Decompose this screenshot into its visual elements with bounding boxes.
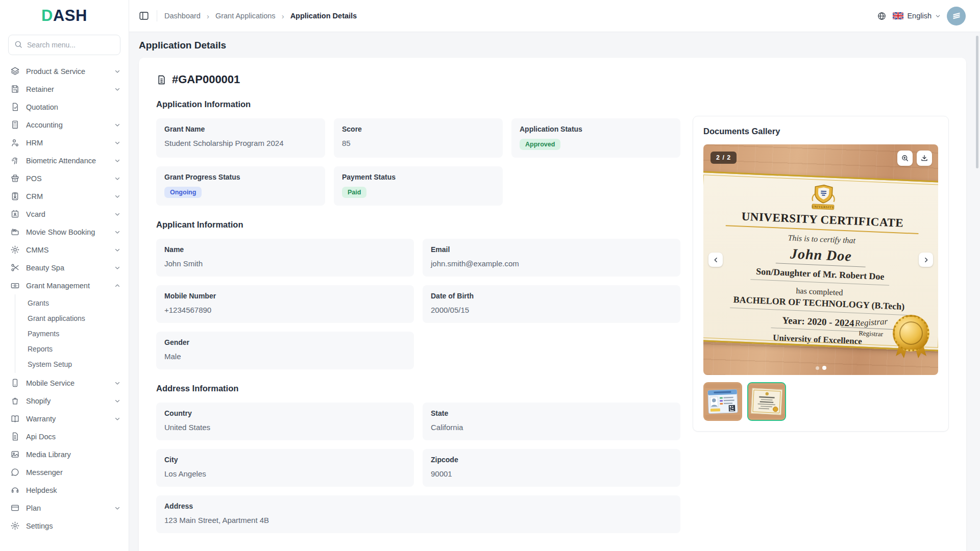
sidebar-item-settings[interactable]: Settings [0,517,129,535]
chevron-down-icon [114,247,120,253]
field-label: Grant Progress Status [164,173,317,181]
field-label: Zipcode [431,456,672,464]
field-date-of-birth: Date of Birth2000/05/15 [423,285,680,323]
sidebar-item-label: Plan [26,504,108,512]
info-sections: Application InformationGrant NameStudent… [156,99,680,547]
section-address-information: Address InformationCountryUnited StatesS… [156,384,680,533]
globe-icon[interactable] [877,11,887,21]
chevron-down-icon [114,68,120,74]
zoom-in-button[interactable] [897,151,913,166]
calculator-icon [10,120,20,130]
field-gender: GenderMale [156,332,414,369]
section-application-information: Application InformationGrant NameStudent… [156,99,680,206]
divider [157,10,157,21]
sidebar-item-shopify[interactable]: Shopify [0,392,129,410]
gallery-thumbnails [703,382,938,421]
next-image-button[interactable] [919,253,933,267]
sidebar-subitem-payments[interactable]: Payments [23,326,129,341]
thumbnail-certificate-document[interactable] [747,382,786,421]
chevron-down-icon [114,176,120,182]
app-root: DASH Product & Service Retainer Quotatio… [0,0,980,551]
sidebar-item-api-docs[interactable]: Api Docs [0,428,129,445]
search-input[interactable] [8,35,120,55]
sidebar-item-messenger[interactable]: Messenger [0,463,129,481]
sidebar-item-label: Movie Show Booking [26,228,108,236]
chevron-down-icon [114,193,120,199]
sidebar-subitem-grants[interactable]: Grants [23,295,129,311]
save-icon [10,84,20,94]
language-selector[interactable]: English [893,12,941,20]
chevron-down-icon [114,416,120,422]
sidebar-item-helpdesk[interactable]: Helpdesk [0,481,129,499]
field-email: Emailjohn.smith@example.com [423,239,680,277]
field-zipcode: Zipcode90001 [423,449,680,487]
sidebar-subitem-reports[interactable]: Reports [23,341,129,357]
credit-card-icon [10,503,20,513]
sidebar-item-media-library[interactable]: Media Library [0,445,129,463]
chevron-down-icon [114,505,120,511]
field-value: Ongoing [164,187,317,198]
fingerprint-icon [10,156,20,165]
scrollbar[interactable] [976,36,978,168]
chevron-up-icon [114,283,120,289]
sidebar-item-beauty-spa[interactable]: Beauty Spa [0,259,129,277]
sidebar-subitem-grant-applications[interactable]: Grant applications [23,311,129,326]
sidebar-item-retainer[interactable]: Retainer [0,80,129,98]
chevron-down-icon [114,158,120,164]
field-state: StateCalifornia [423,403,680,440]
field-value: Los Angeles [164,469,406,478]
field-label: Email [431,245,672,254]
sidebar-search [8,35,120,55]
sidebar-item-hrm[interactable]: HRM [0,134,129,152]
register-icon [10,173,20,183]
sidebar-item-cmms[interactable]: CMMS [0,241,129,259]
sidebar-item-warranty[interactable]: Warranty [0,410,129,428]
shopping-bag-icon [10,396,20,406]
carousel-dot-1[interactable] [816,366,819,370]
scissors-icon [10,263,20,272]
sidebar-toggle-icon[interactable] [138,10,150,21]
uk-flag-icon [893,12,903,19]
sidebar-subitem-system-setup[interactable]: System Setup [23,357,129,372]
breadcrumb-grant-applications[interactable]: Grant Applications [215,12,276,20]
sidebar-item-quotation[interactable]: Quotation [0,98,129,116]
brand-logo[interactable]: DASH [0,0,129,32]
gear-icon [10,245,20,255]
sidebar-item-product-service[interactable]: Product & Service [0,62,129,80]
field-value: +1234567890 [164,306,406,314]
smartphone-icon [10,378,20,388]
status-badge: Approved [520,139,560,150]
breadcrumb-dashboard[interactable]: Dashboard [164,12,201,20]
sidebar-item-accounting[interactable]: Accounting [0,116,129,134]
field-label: Grant Name [164,125,317,133]
previous-image-button[interactable] [708,253,723,267]
field-value: Approved [520,139,672,150]
sidebar-item-label: Media Library [26,450,120,459]
sidebar-item-movie-show-booking[interactable]: Movie Show Booking [0,223,129,241]
field-value: john.smith@example.com [431,259,672,268]
field-label: Application Status [520,125,672,133]
field-country: CountryUnited States [156,403,414,440]
application-id: #GAP000001 [172,73,240,86]
sidebar-item-biometric-attendance[interactable]: Biometric Attendance [0,152,129,169]
sidebar-item-mobile-service[interactable]: Mobile Service [0,374,129,392]
sidebar: DASH Product & Service Retainer Quotatio… [0,0,129,551]
chevron-down-icon [935,13,941,19]
avatar[interactable] [947,7,966,26]
application-card-header: #GAP000001 [156,73,949,86]
certificate-parentage: Son/Daughter of Mr. Robert Doe [751,266,890,285]
sidebar-item-grant-management[interactable]: Grant Management [0,277,129,294]
sidebar-item-vcard[interactable]: Vcard [0,205,129,223]
sidebar-item-pos[interactable]: POS [0,169,129,187]
search-icon [14,40,23,49]
topbar-actions: English [877,7,966,26]
sidebar-item-label: Settings [26,522,120,530]
sidebar-item-crm[interactable]: CRM [0,187,129,205]
sidebar-item-plan[interactable]: Plan [0,499,129,517]
carousel-dot-2[interactable] [822,366,826,370]
document-preview-image[interactable]: UNIVERSITY UNIVERSITY CERTIFICATE This i… [703,144,938,375]
chevron-down-icon [114,229,120,235]
thumbnail-id-card-document[interactable] [703,382,742,421]
download-button[interactable] [917,151,932,166]
field-grant-progress-status: Grant Progress StatusOngoing [156,166,325,206]
